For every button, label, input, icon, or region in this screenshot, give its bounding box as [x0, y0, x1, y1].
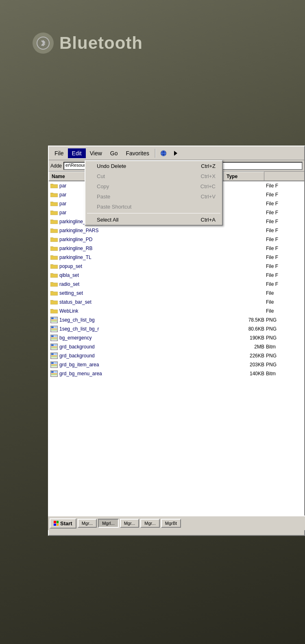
taskbar: Start Mgr...Mgrl...Mgr...Mgr...MgrBt: [48, 516, 305, 530]
folder-icon: [50, 290, 58, 296]
menu-file[interactable]: File: [50, 148, 68, 158]
table-row[interactable]: grd_bg_item_area203KBPNG: [49, 360, 304, 369]
folder-icon: [50, 254, 58, 261]
table-row[interactable]: grd_bg_menu_area140KBBitm: [49, 369, 304, 378]
table-row[interactable]: qibla_setFile F: [49, 271, 304, 280]
edit-menu-item[interactable]: Select AllCtrl+A: [85, 215, 222, 225]
file-type: File F: [266, 237, 303, 242]
edit-menu-item: PasteCtrl+V: [85, 191, 222, 202]
svg-rect-16: [51, 335, 54, 337]
menu-edit[interactable]: Edit: [68, 148, 86, 158]
file-size: 80.6KB: [232, 326, 264, 332]
file-name: parkingline_PARS: [59, 228, 230, 233]
file-size: 226KB: [232, 353, 264, 359]
svg-rect-11: [51, 326, 54, 328]
table-row[interactable]: radio_setFile F: [49, 280, 304, 289]
menu-view[interactable]: View: [86, 148, 106, 158]
start-button[interactable]: Start: [50, 518, 76, 529]
menu-go[interactable]: Go: [106, 148, 122, 158]
svg-marker-4: [174, 151, 177, 156]
table-row[interactable]: setting_setFile: [49, 289, 304, 298]
col-header-type[interactable]: Type: [224, 172, 264, 181]
taskbar-button[interactable]: MgrBt: [161, 519, 181, 528]
svg-rect-17: [54, 335, 57, 337]
taskbar-button[interactable]: Mgrl...: [98, 519, 119, 528]
file-name: parkingline_TL: [59, 255, 230, 260]
file-name: grd_background: [59, 344, 230, 350]
svg-rect-7: [54, 318, 57, 319]
start-logo-icon: [54, 521, 59, 526]
folder-icon: [50, 263, 58, 270]
forward-icon-btn[interactable]: [170, 148, 181, 159]
svg-rect-36: [51, 371, 54, 373]
taskbar-buttons: Mgr...Mgrl...Mgr...Mgr...MgrBt: [78, 519, 181, 528]
address-label: Adde: [50, 163, 62, 169]
table-row[interactable]: parkingline_PDFile F: [49, 235, 304, 244]
folder-icon: [50, 272, 58, 278]
file-type: File: [266, 299, 303, 305]
edit-menu: Undo DeleteCtrl+ZCutCtrl+XCopyCtrl+CPast…: [85, 160, 223, 226]
menu-item-shortcut: Ctrl+A: [201, 217, 216, 223]
file-name: radio_set: [59, 281, 230, 287]
menu-separator: [87, 213, 220, 213]
file-type: File F: [266, 183, 303, 189]
svg-rect-28: [51, 355, 57, 356]
globe-icon-btn[interactable]: [158, 148, 169, 159]
folder-icon: [50, 183, 58, 189]
folder-icon: [50, 191, 58, 198]
edit-menu-item: CutCtrl+X: [85, 171, 222, 181]
file-type: File: [266, 290, 303, 296]
image-file-icon: [50, 317, 58, 323]
taskbar-button[interactable]: Mgr...: [120, 519, 139, 528]
file-type: File F: [266, 255, 303, 260]
table-row[interactable]: grd_background2MBBitm: [49, 342, 304, 351]
table-row[interactable]: WebLinkFile: [49, 307, 304, 315]
table-row[interactable]: parkingline_RBFile F: [49, 244, 304, 253]
file-type: File F: [266, 192, 303, 198]
file-name: popup_set: [59, 263, 230, 269]
table-row[interactable]: 1seg_ch_list_bg78.5KBPNG: [49, 315, 304, 324]
svg-rect-19: [51, 339, 57, 339]
taskbar-button[interactable]: Mgr...: [140, 519, 160, 528]
menu-item-label: Paste Shortcut: [97, 204, 131, 210]
table-row[interactable]: grd_background226KBPNG: [49, 351, 304, 360]
image-file-icon: [50, 352, 58, 359]
edit-menu-item[interactable]: Undo DeleteCtrl+Z: [85, 161, 222, 171]
svg-rect-18: [51, 337, 57, 338]
file-type: PNG: [266, 335, 303, 341]
file-size: 203KB: [232, 362, 264, 368]
file-name: parkingline_PD: [59, 237, 230, 242]
menu-item-label: Cut: [97, 173, 105, 179]
toolbar-separator: [155, 149, 156, 158]
file-list[interactable]: parFile F parFile F parFile F parFile F …: [49, 181, 304, 521]
table-row[interactable]: status_bar_setFile: [49, 298, 304, 307]
menu-favorites[interactable]: Favorites: [122, 148, 153, 158]
svg-rect-26: [51, 353, 54, 355]
file-type: File F: [266, 210, 303, 215]
file-name: grd_bg_item_area: [59, 362, 230, 368]
table-row[interactable]: parkingline_TLFile F: [49, 253, 304, 262]
table-row[interactable]: bg_emergency190KBPNG: [49, 333, 304, 342]
table-row[interactable]: parkingline_PARSFile F: [49, 226, 304, 235]
file-type: File F: [266, 228, 303, 233]
table-row[interactable]: 1seg_ch_list_bg_r80.6KBPNG: [49, 324, 304, 333]
file-type: File F: [266, 246, 303, 251]
edit-menu-item: Paste Shortcut: [85, 202, 222, 212]
svg-rect-31: [51, 362, 54, 364]
explorer-window: File Edit View Go Favorites Adde er\Reso…: [48, 146, 305, 536]
bluetooth-label: Bluetooth: [59, 33, 143, 53]
folder-icon: [50, 209, 58, 216]
bluetooth-area: Bluetooth: [33, 33, 143, 54]
table-row[interactable]: popup_setFile F: [49, 262, 304, 271]
svg-rect-23: [51, 346, 57, 347]
bluetooth-icon: [33, 33, 54, 54]
file-type: PNG: [266, 326, 303, 332]
file-name: WebLink: [59, 308, 230, 314]
svg-rect-12: [54, 326, 57, 328]
svg-rect-22: [54, 344, 57, 346]
file-type: File F: [266, 272, 303, 278]
svg-rect-8: [51, 320, 57, 320]
taskbar-button[interactable]: Mgr...: [78, 519, 97, 528]
svg-rect-21: [51, 344, 54, 346]
menu-item-shortcut: Ctrl+C: [200, 183, 216, 189]
